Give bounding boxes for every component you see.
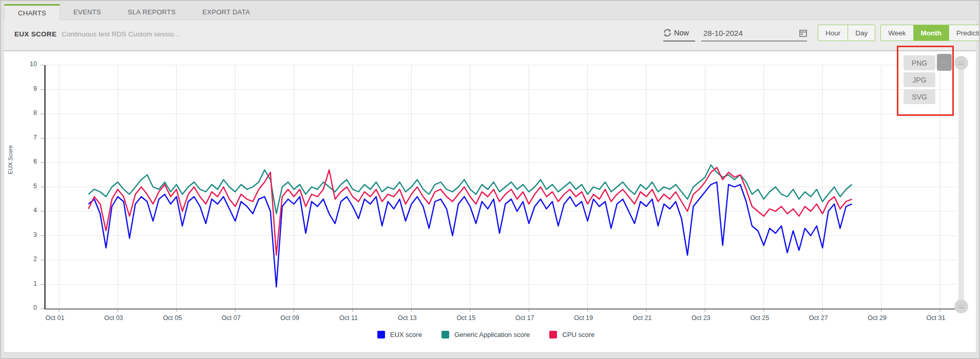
x-axis-tick-label: Oct 13: [384, 314, 430, 322]
calendar-icon[interactable]: [799, 29, 807, 37]
value-axis-scrollbar-bottom-grip[interactable]: [954, 300, 968, 313]
legend-swatch-icon: [441, 331, 449, 338]
x-axis-tick-label: Oct 19: [561, 314, 607, 322]
y-axis-tick-label: 10: [21, 61, 37, 68]
tab-export-data[interactable]: EXPORT DATA: [189, 4, 263, 19]
y-axis-tick-label: 3: [21, 231, 37, 238]
legend-label: CPU score: [562, 331, 594, 338]
value-axis-scrollbar-track[interactable]: [958, 63, 964, 308]
x-axis-tick-label: Oct 07: [208, 314, 254, 322]
tab-events-label: EVENTS: [73, 8, 101, 16]
tab-events[interactable]: EVENTS: [60, 4, 114, 19]
line-chart-plot[interactable]: [40, 64, 959, 312]
export-jpg-button[interactable]: JPG: [904, 72, 935, 87]
x-axis-tick-label: Oct 15: [443, 314, 489, 322]
x-axis-tick-label: Oct 09: [267, 314, 313, 322]
tab-bar: CHARTS EVENTS SLA REPORTS EXPORT DATA: [4, 4, 976, 20]
date-field: [701, 25, 807, 42]
legend-label: Generic Application score: [454, 331, 530, 338]
value-axis-scrollbar-top-grip[interactable]: [954, 56, 968, 70]
page-title: EUX SCORE: [14, 30, 56, 38]
x-axis-tick-label: Oct 17: [502, 314, 548, 322]
x-axis-tick-label: Oct 25: [737, 314, 783, 322]
tab-export-data-label: EXPORT DATA: [202, 8, 250, 16]
range-group-long: Week Month Prediction: [880, 25, 980, 41]
range-button-prediction[interactable]: Prediction: [949, 25, 980, 41]
export-svg-button[interactable]: SVG: [904, 89, 935, 104]
y-axis-title: EUX Score: [7, 145, 13, 174]
y-axis-tick-label: 9: [21, 85, 37, 92]
y-axis-tick-label: 8: [21, 109, 37, 116]
date-input[interactable]: [701, 29, 789, 37]
x-axis-tick-label: Oct 01: [32, 314, 78, 322]
export-png-button[interactable]: PNG: [904, 55, 935, 70]
x-axis-tick-label: Oct 27: [795, 314, 841, 322]
x-axis-tick-label: Oct 29: [854, 314, 900, 322]
x-axis-tick-label: Oct 21: [619, 314, 665, 322]
x-axis-tick-label: Oct 31: [913, 314, 959, 322]
y-axis-tick-label: 4: [21, 207, 37, 214]
x-axis-tick-label: Oct 03: [90, 314, 137, 322]
chart-header-band: EUX SCORE Continuous test RDS Custom ses…: [4, 20, 976, 51]
tab-sla-reports[interactable]: SLA REPORTS: [114, 4, 189, 19]
y-axis-tick-label: 1: [21, 280, 37, 287]
range-button-week[interactable]: Week: [881, 25, 913, 41]
tab-charts-label: CHARTS: [18, 9, 46, 17]
legend-label: EUX score: [390, 331, 422, 338]
now-button[interactable]: Now: [663, 25, 695, 42]
y-axis-tick-label: 0: [21, 304, 37, 311]
range-button-month[interactable]: Month: [914, 25, 949, 41]
chart-legend: EUX scoreGeneric Application scoreCPU sc…: [0, 331, 972, 338]
refresh-icon: [663, 29, 671, 37]
x-axis-tick-label: Oct 23: [678, 314, 724, 322]
y-axis-tick-label: 6: [21, 158, 37, 165]
tab-charts[interactable]: CHARTS: [4, 4, 60, 20]
range-button-hour[interactable]: Hour: [818, 25, 848, 41]
y-axis-tick-label: 7: [21, 134, 37, 141]
legend-item-0[interactable]: EUX score: [377, 331, 422, 338]
range-button-groups: Hour Day Week Month Prediction: [818, 25, 980, 41]
legend-swatch-icon: [377, 331, 385, 338]
y-axis-tick-label: 2: [21, 255, 37, 263]
x-axis-tick-label: Oct 05: [149, 314, 196, 322]
range-group-short: Hour Day: [818, 25, 875, 41]
now-label: Now: [674, 29, 689, 37]
x-axis-tick-label: Oct 11: [325, 314, 372, 322]
legend-swatch-icon: [549, 331, 557, 338]
export-menu-ellipsis-button[interactable]: ...: [937, 54, 952, 71]
range-button-day[interactable]: Day: [848, 25, 875, 41]
legend-item-1[interactable]: Generic Application score: [441, 331, 530, 338]
page-subtitle: Continuous test RDS Custom sessio...: [62, 30, 180, 38]
tab-sla-reports-label: SLA REPORTS: [128, 8, 176, 16]
legend-item-2[interactable]: CPU score: [549, 331, 594, 338]
y-axis-tick-label: 5: [21, 183, 37, 190]
